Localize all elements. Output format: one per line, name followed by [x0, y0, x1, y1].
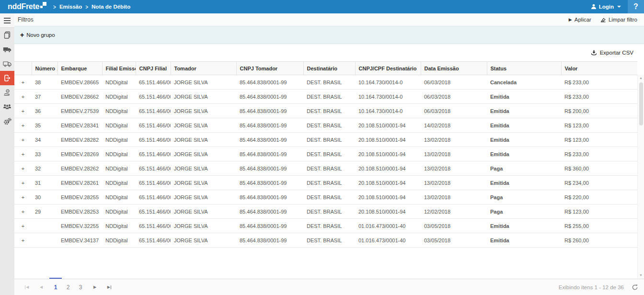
first-page-button[interactable]: ◀	[21, 282, 33, 293]
cell-destinatario: DEST. BRASIL	[303, 219, 355, 233]
cell-destinatario: DEST. BRASIL	[303, 204, 355, 219]
cell-cnpj_filial: 65.151.466/000...	[136, 204, 171, 219]
cell-numero	[32, 233, 58, 248]
sidebar-item-debit-note-active[interactable]	[0, 71, 14, 85]
scroll-down-icon[interactable]: ▼	[639, 272, 643, 279]
scrollbar-thumb[interactable]	[639, 82, 643, 125]
scroll-up-icon[interactable]: ▲	[639, 75, 643, 81]
cell-valor: R$ 123,00	[561, 204, 637, 219]
table-row[interactable]: +EMBDEV.34137NDDigital65.151.466/000...J…	[14, 233, 637, 248]
apply-filter-button[interactable]: ▶ Aplicar	[569, 17, 591, 23]
expand-row-button[interactable]: +	[14, 118, 32, 133]
sidebar-item-truck-outline[interactable]	[0, 57, 14, 71]
cell-cnpj_filial: 65.151.466/000...	[136, 147, 171, 161]
grid-content: Exportar CSV Número↓ Embarque	[14, 44, 644, 295]
export-csv-label: Exportar CSV	[600, 50, 633, 56]
table-row[interactable]: +29EMBDEV.28253NDDigital65.151.466/000..…	[14, 204, 637, 219]
column-header-status[interactable]: Status	[487, 62, 561, 75]
pager-page-2[interactable]: 2	[62, 282, 74, 293]
cell-data_emissao: 13/02/2018	[421, 190, 487, 204]
vertical-scrollbar[interactable]: ▲ ▼	[637, 75, 644, 279]
cell-embarque: EMBDEV.34137	[58, 233, 102, 248]
table-row[interactable]: +30EMBDEV.28255NDDigital65.151.466/000..…	[14, 190, 637, 204]
refresh-button[interactable]	[632, 284, 638, 291]
expand-row-button[interactable]: +	[14, 133, 32, 147]
column-header-filial-emissora[interactable]: Filial Emissora	[102, 62, 136, 75]
expand-row-button[interactable]: +	[14, 204, 32, 219]
table-row[interactable]: +33EMBDEV.28269NDDigital65.151.466/000..…	[14, 147, 637, 161]
cell-destinatario: DEST. BRASIL	[303, 133, 355, 147]
cell-cnpj_cpf_destinatario: 20.108.510/0001-94	[355, 176, 421, 190]
breadcrumb: > Emissão > Nota de Débito	[53, 4, 130, 10]
export-csv-button[interactable]: Exportar CSV	[591, 50, 633, 56]
table-row[interactable]: +38EMBDEV.28665NDDigital65.151.466/000..…	[14, 75, 637, 90]
table-row[interactable]: +37EMBDEV.28662NDDigital65.151.466/000..…	[14, 90, 637, 104]
sidebar-item-settings[interactable]	[0, 114, 14, 128]
expand-row-button[interactable]: +	[14, 161, 32, 176]
last-page-button[interactable]: ▶	[104, 282, 115, 293]
app-logo-text: nddFrete	[8, 2, 39, 11]
expand-row-button[interactable]: +	[14, 75, 32, 90]
cell-numero: 33	[32, 147, 58, 161]
cell-cnpj_filial: 65.151.466/000...	[136, 104, 171, 118]
pager-page-3[interactable]: 3	[75, 282, 86, 293]
new-group-button[interactable]: + Novo grupo	[20, 32, 55, 38]
table-row[interactable]: +31EMBDEV.28261NDDigital65.151.466/000..…	[14, 176, 637, 190]
table-row[interactable]: +35EMBDEV.28341NDDigital65.151.466/000..…	[14, 118, 637, 133]
cell-valor: R$ 123,00	[561, 133, 637, 147]
cell-data_emissao: 14/02/2018	[421, 118, 487, 133]
expand-row-button[interactable]: +	[14, 90, 32, 104]
breadcrumb-item-nota-de-debito[interactable]: Nota de Débito	[92, 4, 130, 10]
column-header-cnpj-tomador[interactable]: CNPJ Tomador	[236, 62, 303, 75]
clear-filter-button[interactable]: Limpar filtro	[600, 17, 637, 23]
column-header-numero[interactable]: Número↓	[32, 62, 58, 75]
sidebar-item-truck-solid[interactable]	[0, 42, 14, 57]
cell-cnpj_tomador: 85.464.838/0001-99	[236, 118, 303, 133]
table-row[interactable]: +EMBDEV.32255NDDigital65.151.466/000...J…	[14, 219, 637, 233]
sidebar-item-documents[interactable]	[0, 28, 14, 42]
table-row[interactable]: +36EMBDEV.27539NDDigital65.151.466/000..…	[14, 104, 637, 118]
expand-row-button[interactable]: +	[14, 147, 32, 161]
column-header-data-emissao[interactable]: Data Emissão	[421, 62, 487, 75]
login-menu-button[interactable]: Login	[584, 0, 628, 13]
cell-cnpj_cpf_destinatario: 20.108.510/0001-94	[355, 133, 421, 147]
expand-column-header	[14, 62, 32, 75]
cell-status: Emitida	[487, 233, 561, 248]
cell-cnpj_cpf_destinatario: 01.016.473/0001-40	[355, 219, 421, 233]
cell-valor: R$ 123,00	[561, 118, 637, 133]
help-button[interactable]: ?	[628, 0, 644, 13]
expand-row-button[interactable]: +	[14, 219, 32, 233]
table-header-row: Número↓ Embarque Filial Emissora CNPJ Fi…	[14, 62, 637, 75]
cell-embarque: EMBDEV.28262	[58, 161, 102, 176]
sidebar-item-users[interactable]	[0, 100, 14, 114]
cell-cnpj_tomador: 85.464.838/0001-99	[236, 233, 303, 248]
cell-numero: 36	[32, 104, 58, 118]
column-header-cnpj-filial[interactable]: CNPJ Filial	[136, 62, 171, 75]
cell-destinatario: DEST. BRASIL	[303, 75, 355, 90]
expand-row-button[interactable]: +	[14, 104, 32, 118]
cell-destinatario: DEST. BRASIL	[303, 190, 355, 204]
table-row[interactable]: +32EMBDEV.28262NDDigital65.151.466/000..…	[14, 161, 637, 176]
column-header-tomador[interactable]: Tomador	[171, 62, 236, 75]
table-row[interactable]: +34EMBDEV.28282NDDigital65.151.466/000..…	[14, 133, 637, 147]
column-header-embarque[interactable]: Embarque	[58, 62, 102, 75]
expand-row-button[interactable]: +	[14, 190, 32, 204]
cell-tomador: JORGE SILVA	[171, 104, 236, 118]
help-question-icon: ?	[633, 2, 638, 11]
hamburger-icon	[4, 18, 11, 23]
cell-filial_emissora: NDDigital	[102, 133, 136, 147]
previous-page-button[interactable]: ◀	[35, 282, 47, 293]
cell-cnpj_tomador: 85.464.838/0001-99	[236, 176, 303, 190]
expand-row-button[interactable]: +	[14, 233, 32, 248]
pager-page-1[interactable]: 1	[50, 282, 61, 293]
sidebar-item-payment[interactable]	[0, 85, 14, 100]
menu-icon[interactable]	[0, 13, 14, 28]
column-header-valor[interactable]: Valor	[561, 62, 637, 75]
column-header-destinatario[interactable]: Destinatário	[303, 62, 355, 75]
column-header-cnpj-cpf-destinatario[interactable]: CNPJ/CPF Destinatário	[355, 62, 421, 75]
app-logo[interactable]: nddFrete	[0, 0, 51, 13]
breadcrumb-item-emissao[interactable]: Emissão	[59, 4, 82, 10]
expand-row-button[interactable]: +	[14, 176, 32, 190]
next-page-button[interactable]: ▶	[89, 282, 101, 293]
new-group-label: Novo grupo	[26, 32, 55, 38]
